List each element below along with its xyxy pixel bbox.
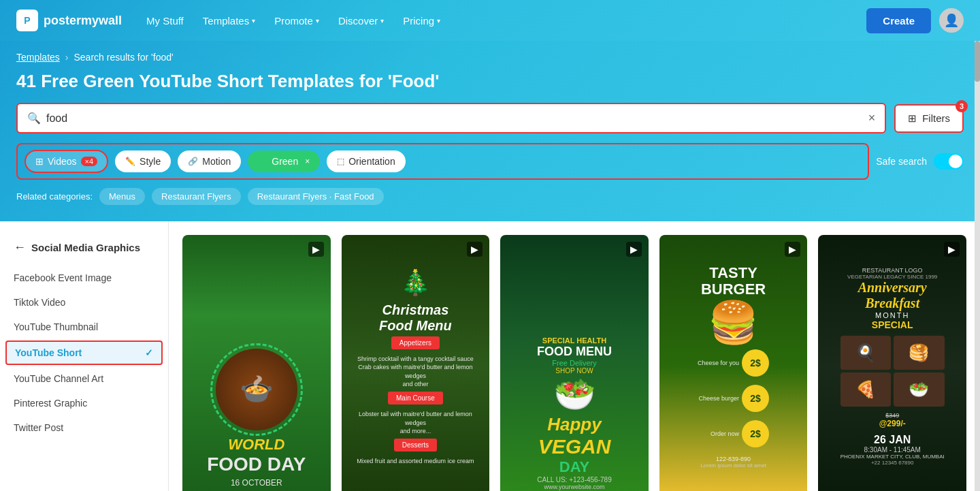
sidebar-item-youtube-channel-art[interactable]: YouTube Channel Art [0,366,168,391]
pricing-chevron-icon: ▾ [437,17,440,25]
video-play-icon-4: ▶ [789,244,796,255]
nav-item-promote[interactable]: Promote ▾ [266,10,327,32]
motion-chip[interactable]: 🔗 Motion [178,151,241,172]
card-2-title: ChristmasFood Menu [353,302,479,334]
sidebar-item-facebook-event[interactable]: Facebook Event Image [0,266,168,290]
card-4-phone: 122-839-890 [698,456,769,462]
green-color-swatch [258,157,267,166]
food-img-1: 🍳 [840,336,892,370]
chips-group: ⊞ Videos ×4 ✏️ Style 🔗 Motion Green × [16,143,869,180]
card-1-text: WORLD FOOD DAY 16 OCTOBER [207,436,306,488]
card-3-phone: CALL US: +123-456-789 [537,476,612,484]
card-4-text: TASTYBURGER 🍔 Cheese for you 2$ Cheese b… [698,265,769,468]
price-label-1: Cheese for you [698,360,739,366]
sidebar-item-twitter[interactable]: Twitter Post [0,415,168,440]
card-5-text: RESTAURANT LOGO VEGETARIAN LEGACY SINCE … [840,267,945,466]
price-badge-1: 2$ [742,349,769,377]
card-5-old-price: $349 [840,412,945,419]
breadcrumb: Templates › Search results for 'food' [16,52,964,63]
price-row-1: Cheese for you 2$ [698,347,769,379]
banner: Templates › Search results for 'food' 41… [0,41,980,221]
card-3-day: DAY [537,458,612,476]
card-3-website: www.yourwebsite.com [537,484,612,490]
template-card-4[interactable]: ▶ TASTYBURGER 🍔 Cheese for you 2$ Cheese… [659,235,808,491]
safe-search-toggle[interactable] [934,153,964,170]
templates-grid: ▶ 🍲 WORLD FOOD DAY 16 OCTOBER ▶ 🎄 Ch [182,235,966,491]
green-label: Green [272,156,298,167]
card-3-shop: SHOP NOW [537,367,612,375]
food-img-3: 🍕 [840,373,892,407]
related-tag-fastfood[interactable]: Restaurant Flyers · Fast Food [248,188,384,205]
page-title: 41 Free Green YouTube Short Templates fo… [16,71,964,92]
sidebar-parent-label: Social Media Graphics [31,242,140,253]
green-close-icon[interactable]: × [305,157,310,166]
active-check-icon: ✓ [145,347,153,358]
main-content: ← Social Media Graphics Facebook Event I… [0,221,980,491]
card-3-happy: Happy [537,414,612,435]
card-4-prices: Cheese for you 2$ Cheese burger 2$ Order… [698,347,769,450]
price-badge-3: 2$ [742,420,769,447]
search-input[interactable] [46,112,863,125]
templates-content: ▶ 🍲 WORLD FOOD DAY 16 OCTOBER ▶ 🎄 Ch [169,221,980,491]
card-2-text: ChristmasFood Menu Appetizers Shrimp coc… [353,302,479,466]
sidebar-item-tiktok[interactable]: Tiktok Video [0,290,168,315]
templates-chevron-icon: ▾ [252,17,255,25]
template-card-1[interactable]: ▶ 🍲 WORLD FOOD DAY 16 OCTOBER [182,235,331,491]
card-3-text: Special Health FOOD MENU Free Delivery S… [537,336,612,490]
search-box: 🔍 × [16,103,886,133]
sidebar-back-button[interactable]: ← Social Media Graphics [0,235,168,266]
card-4-address: Lorem ipsum dolor sit amet [698,462,769,469]
safe-search-label: Safe search [876,156,927,167]
create-button[interactable]: Create [866,8,931,33]
scrollbar[interactable] [975,41,980,491]
scrollbar-thumb[interactable] [975,41,980,82]
motion-label: Motion [202,156,231,167]
avatar[interactable]: 👤 [939,8,964,33]
sidebar: ← Social Media Graphics Facebook Event I… [0,221,169,491]
header-right: Create 👤 [866,8,964,33]
nav-item-pricing[interactable]: Pricing ▾ [395,10,448,32]
related-tag-menus[interactable]: Menus [99,188,145,205]
promote-chevron-icon: ▾ [316,17,319,25]
food-img-2: 🥞 [894,336,945,370]
card-1-foodday: FOOD DAY [207,454,306,475]
style-chip[interactable]: ✏️ Style [115,151,171,172]
breadcrumb-link[interactable]: Templates [16,52,60,63]
food-img-4: 🥗 [894,373,945,407]
search-clear-icon[interactable]: × [868,111,876,125]
card-5-special: SPECIAL [840,319,945,330]
price-label-3: Order now [710,430,739,437]
sidebar-item-pinterest[interactable]: Pinterest Graphic [0,391,168,415]
card-5-phone: +22 12345 67890 [840,460,945,466]
filters-button[interactable]: ⊞ Filters 3 [894,104,964,133]
green-chip[interactable]: Green × [248,151,320,172]
template-card-5[interactable]: ▶ RESTAURANT LOGO VEGETARIAN LEGACY SINC… [818,235,966,491]
orientation-chip[interactable]: ⬚ Orientation [327,151,405,172]
card-3-special: Special Health [537,336,612,345]
header: P postermywall My Stuff Templates ▾ Prom… [0,0,980,41]
card-4-title: TASTYBURGER [698,265,769,298]
nav-item-mystuff[interactable]: My Stuff [138,10,192,32]
toggle-knob [949,155,962,168]
video-icon-5: ▶ [944,242,960,257]
videos-chip[interactable]: ⊞ Videos ×4 [24,150,108,173]
logo-icon: P [16,10,38,31]
sidebar-item-youtube-short[interactable]: YouTube Short ✓ [5,340,163,365]
sidebar-item-youtube-thumbnail[interactable]: YouTube Thumbnail [0,315,168,339]
template-card-2[interactable]: ▶ 🎄 ChristmasFood Menu Appetizers Shrimp… [342,235,490,491]
orientation-label: Orientation [348,156,395,167]
motion-icon: 🔗 [188,157,198,166]
card-5-venue: PHOENIX MARKET CITY, CLUB, MUMBAI [840,454,945,460]
safe-search-control: Safe search [876,153,964,170]
card-2-dessert-items: Mixed fruit and assorted medium ice crea… [353,457,479,466]
related-tag-restaurant[interactable]: Restaurant Flyers [152,188,241,205]
template-card-3[interactable]: ▶ Special Health FOOD MENU Free Delivery… [500,235,649,491]
style-label: Style [140,156,161,167]
videos-badge: ×4 [81,157,98,166]
nav-item-templates[interactable]: Templates ▾ [195,10,263,32]
logo[interactable]: P postermywall [16,10,122,31]
card-5-time: 8:30AM - 11:45AM [840,446,945,454]
card-3-vegan: VEGAN [537,435,612,458]
card-1-date: 16 OCTOBER [207,478,306,488]
nav-item-discover[interactable]: Discover ▾ [330,10,392,32]
